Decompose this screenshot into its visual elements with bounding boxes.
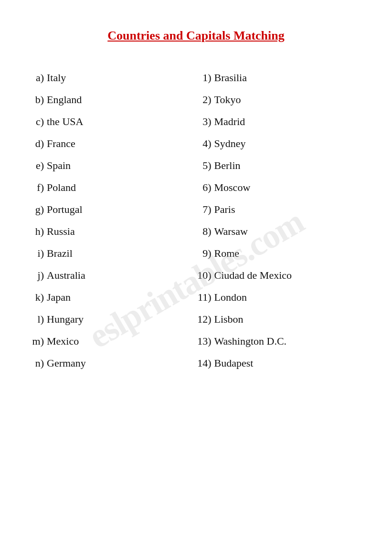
list-item: 12)Lisbon [196,308,364,330]
capitals-column: 1)Brasilia2)Tokyo3)Madrid4)Sydney5)Berli… [196,67,364,374]
capital-name: Moscow [214,181,251,194]
item-label: b) [29,94,44,106]
country-name: Germany [47,357,86,369]
capital-name: London [214,291,247,304]
item-label: d) [29,137,44,150]
country-name: the USA [47,116,83,128]
item-label: 7) [196,203,212,216]
item-label: 4) [196,137,212,150]
list-item: i)Brazil [29,242,196,264]
country-name: Italy [47,72,66,84]
list-item: 4)Sydney [196,133,364,155]
list-item: 14)Budapest [196,352,364,374]
list-item: 2)Tokyo [196,89,364,111]
item-label: 14) [196,357,212,369]
page: Countries and Capitals Matching eslprint… [0,0,392,558]
capital-name: Ciudad de Mexico [214,269,292,282]
list-item: 9)Rome [196,242,364,264]
list-item: f)Poland [29,177,196,199]
capital-name: Tokyo [214,94,241,106]
capital-name: Paris [214,203,235,216]
list-item: 1)Brasilia [196,67,364,89]
country-name: England [47,94,82,106]
item-label: 10) [196,269,212,282]
list-item: l)Hungary [29,308,196,330]
item-label: 1) [196,72,212,84]
item-label: 12) [196,313,212,326]
capital-name: Rome [214,247,240,260]
item-label: e) [29,159,44,172]
list-item: k)Japan [29,286,196,308]
country-name: Poland [47,181,76,194]
list-item: 8)Warsaw [196,221,364,242]
capital-name: Madrid [214,116,245,128]
list-item: 7)Paris [196,199,364,221]
list-item: c)the USA [29,111,196,133]
capital-name: Berlin [214,159,241,172]
country-name: Portugal [47,203,83,216]
item-label: 3) [196,116,212,128]
country-name: Mexico [47,335,79,347]
list-item: j)Australia [29,264,196,286]
item-label: n) [29,357,44,369]
item-label: i) [29,247,44,260]
list-item: 6)Moscow [196,177,364,199]
list-item: d)France [29,133,196,155]
list-item: b)England [29,89,196,111]
item-label: a) [29,72,44,84]
country-name: Australia [47,269,85,282]
list-item: 11)London [196,286,364,308]
item-label: 2) [196,94,212,106]
list-item: 13)Washington D.C. [196,330,364,352]
item-label: j) [29,269,44,282]
country-name: Hungary [47,313,84,326]
country-name: Russia [47,225,75,238]
capital-name: Washington D.C. [214,335,287,347]
country-name: Brazil [47,247,73,260]
content-columns: a)Italyb)Englandc)the USAd)Francee)Spain… [29,67,363,374]
item-label: k) [29,291,44,304]
capital-name: Warsaw [214,225,248,238]
capital-name: Budapest [214,357,254,369]
item-label: g) [29,203,44,216]
item-label: h) [29,225,44,238]
list-item: a)Italy [29,67,196,89]
list-item: n)Germany [29,352,196,374]
capital-name: Sydney [214,137,246,150]
item-label: 5) [196,159,212,172]
list-item: 10)Ciudad de Mexico [196,264,364,286]
countries-column: a)Italyb)Englandc)the USAd)Francee)Spain… [29,67,196,374]
capital-name: Brasilia [214,72,247,84]
list-item: 5)Berlin [196,155,364,177]
list-item: e)Spain [29,155,196,177]
page-title: Countries and Capitals Matching [29,29,363,43]
item-label: 13) [196,335,212,347]
list-item: g)Portugal [29,199,196,221]
item-label: 9) [196,247,212,260]
country-name: Spain [47,159,71,172]
item-label: l) [29,313,44,326]
item-label: 8) [196,225,212,238]
item-label: 11) [196,291,212,304]
country-name: France [47,137,75,150]
item-label: c) [29,116,44,128]
item-label: f) [29,181,44,194]
list-item: m)Mexico [29,330,196,352]
capital-name: Lisbon [214,313,244,326]
list-item: 3)Madrid [196,111,364,133]
item-label: m) [29,335,44,347]
list-item: h)Russia [29,221,196,242]
country-name: Japan [47,291,71,304]
item-label: 6) [196,181,212,194]
